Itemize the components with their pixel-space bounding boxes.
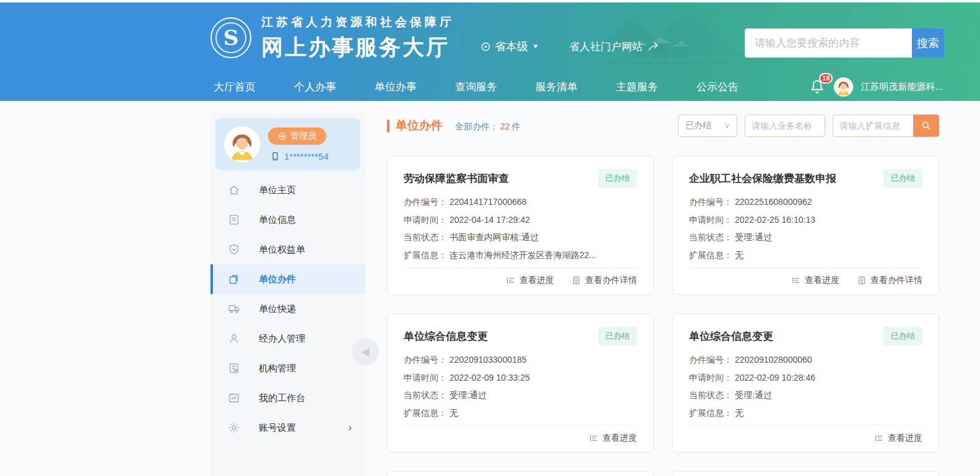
case-card-grid: 劳动保障监察书面审查 已办结 办件编号：2204141717000668 申请时… xyxy=(387,155,939,476)
nav-item-service-list[interactable]: 服务清单 xyxy=(536,80,578,94)
nav-item-theme[interactable]: 主题服务 xyxy=(616,80,658,94)
logo-letter: S xyxy=(215,22,246,53)
apply-time: 2022-04-14 17:29:42 xyxy=(449,215,530,225)
nav-item-unit[interactable]: 单位办事 xyxy=(375,80,417,94)
status-badge: 已办结 xyxy=(598,169,637,188)
region-label: 省本级 xyxy=(495,39,528,54)
view-progress-label: 查看进度 xyxy=(888,433,922,444)
status-badge: 已办结 xyxy=(598,327,637,345)
sidebar-collapse-toggle[interactable]: ◀ xyxy=(352,338,379,365)
field-label: 扩展信息： xyxy=(689,408,732,418)
portal-link-label: 省人社门户网站 xyxy=(569,40,643,54)
profile-info: 管理员 1********54 xyxy=(268,128,329,162)
view-progress-link[interactable]: 查看进度 xyxy=(874,433,922,444)
case-card-partial xyxy=(387,471,654,476)
phone-row: 1********54 xyxy=(271,151,329,162)
view-progress-link[interactable]: 查看进度 xyxy=(506,275,554,286)
sidebar-item-label: 机构管理 xyxy=(259,363,296,374)
nav-item-home[interactable]: 大厅首页 xyxy=(214,80,256,94)
site-logo-icon: S xyxy=(210,17,251,58)
sidebar-item-label: 单位办件 xyxy=(259,274,296,285)
case-fields: 办件编号：2204141717000668 申请时间：2022-04-14 17… xyxy=(404,197,637,261)
sidebar-item-label: 单位主页 xyxy=(259,184,296,196)
search-input[interactable] xyxy=(745,28,912,58)
notification-bell[interactable]: 18 xyxy=(809,78,826,97)
field-label: 办件编号： xyxy=(404,197,447,207)
business-name-input[interactable] xyxy=(745,115,825,137)
sidebar-item-unit-rights[interactable]: 单位权益单 xyxy=(210,235,365,264)
workbench-chart-icon xyxy=(228,392,240,404)
sidebar-item-unit-info[interactable]: 单位信息 xyxy=(210,205,365,235)
case-fields: 办件编号：2202251608000962 申请时间：2022-02-25 16… xyxy=(689,197,922,261)
sidebar-item-account-settings[interactable]: 账号设置 › xyxy=(210,413,365,443)
page-layout: 管理员 1********54 单位主页 单位信息 单位权益单 xyxy=(0,101,980,476)
region-selector[interactable]: 省本级 ▼ xyxy=(480,39,539,54)
progress-list-icon xyxy=(874,433,884,443)
caret-down-icon: ▼ xyxy=(532,43,539,50)
site-titles: 江苏省人力资源和社会保障厅 网上办事服务大厅 xyxy=(261,14,454,62)
field-label: 当前状态： xyxy=(404,390,447,400)
field-label: 申请时间： xyxy=(404,373,447,383)
notification-badge: 18 xyxy=(819,73,833,84)
content-header: 单位办件 全部办件：22件 已办结 ∨ xyxy=(387,113,939,138)
view-detail-link[interactable]: 查看办件详情 xyxy=(857,275,922,286)
status-filter-select[interactable]: 已办结 ∨ xyxy=(678,115,737,137)
case-card: 单位综合信息变更 已办结 办件编号：2202091028000060 申请时间：… xyxy=(672,313,939,452)
profile-card: 管理员 1********54 xyxy=(215,118,360,170)
company-name[interactable]: 江苏明茂新能源科... xyxy=(861,81,943,93)
status-filter-value: 已办结 xyxy=(685,120,711,131)
search-button[interactable]: 搜索 xyxy=(912,28,944,58)
field-label: 办件编号： xyxy=(689,197,732,207)
person-icon xyxy=(228,332,240,345)
crown-icon xyxy=(278,132,287,141)
view-progress-link[interactable]: 查看进度 xyxy=(589,433,637,444)
unit-info-icon xyxy=(228,214,240,226)
sidebar-item-org-mgmt[interactable]: 机构管理 xyxy=(210,353,365,383)
nav-user-area: 18 江苏明茂新能源科... xyxy=(809,73,943,101)
site-header: S 江苏省人力资源和社会保障厅 网上办事服务大厅 省本级 ▼ 省人社门户网站 搜… xyxy=(0,2,980,101)
location-pin-icon xyxy=(480,41,491,52)
field-label: 申请时间： xyxy=(689,373,732,383)
ext-info-input[interactable] xyxy=(833,115,913,137)
filter-bar: 已办结 ∨ xyxy=(678,115,939,137)
portal-link[interactable]: 省人社门户网站 xyxy=(569,40,660,54)
sidebar-item-unit-cases[interactable]: 单位办件 xyxy=(210,264,365,294)
profile-avatar xyxy=(224,126,260,162)
progress-list-icon xyxy=(791,275,801,285)
page-title: 单位办件 xyxy=(396,118,443,134)
filter-search-button[interactable] xyxy=(913,115,939,137)
view-detail-link[interactable]: 查看办件详情 xyxy=(571,275,637,286)
user-avatar[interactable] xyxy=(834,77,853,97)
apply-time: 2022-02-09 10:28:46 xyxy=(735,373,815,383)
home-icon xyxy=(228,184,240,196)
field-label: 扩展信息： xyxy=(404,408,447,418)
detail-doc-icon xyxy=(857,275,867,285)
case-number: 2202091033000185 xyxy=(449,355,527,365)
card-actions: 查看进度 xyxy=(689,426,922,444)
current-status: 受理:通过 xyxy=(735,390,772,400)
progress-list-icon xyxy=(506,275,516,285)
sidebar-item-label: 单位快递 xyxy=(259,303,296,315)
detail-doc-icon xyxy=(571,275,581,285)
sidebar-item-unit-express[interactable]: 单位快递 xyxy=(210,294,365,324)
view-progress-link[interactable]: 查看进度 xyxy=(791,275,839,286)
header-search: 搜索 xyxy=(745,28,944,58)
main-content: 单位办件 全部办件：22件 已办结 ∨ xyxy=(387,113,939,476)
view-detail-label: 查看办件详情 xyxy=(870,275,922,286)
ext-info-search-group xyxy=(833,115,939,137)
nav-item-personal[interactable]: 个人办事 xyxy=(294,80,336,94)
org-name: 江苏省人力资源和社会保障厅 xyxy=(261,14,454,30)
status-badge: 已办结 xyxy=(883,327,922,345)
progress-list-icon xyxy=(589,433,599,443)
sidebar: 管理员 1********54 单位主页 单位信息 单位权益单 xyxy=(210,113,365,476)
sidebar-item-workbench[interactable]: 我的工作台 xyxy=(210,383,365,413)
view-detail-label: 查看办件详情 xyxy=(585,275,637,286)
case-fields: 办件编号：2202091028000060 申请时间：2022-02-09 10… xyxy=(689,355,922,419)
sidebar-item-unit-home[interactable]: 单位主页 xyxy=(210,175,365,205)
sidebar-item-agent-mgmt[interactable]: 经办人管理 xyxy=(210,324,365,353)
site-title: 网上办事服务大厅 xyxy=(261,33,454,62)
nav-item-query[interactable]: 查询服务 xyxy=(455,80,497,94)
main-nav: 大厅首页 个人办事 单位办事 查询服务 服务清单 主题服务 公示公告 18 江苏… xyxy=(0,73,980,101)
field-label: 当前状态： xyxy=(689,390,732,400)
nav-item-announcements[interactable]: 公示公告 xyxy=(696,80,739,94)
